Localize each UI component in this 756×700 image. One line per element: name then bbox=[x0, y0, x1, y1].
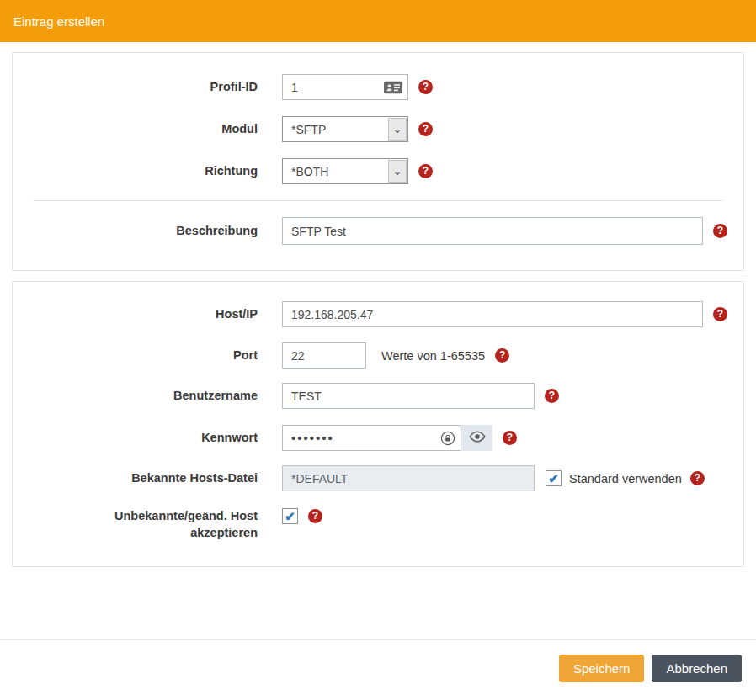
show-password-button[interactable] bbox=[461, 425, 492, 451]
checkmark-icon: ✔ bbox=[548, 472, 559, 485]
known-hosts-label: Bekannte Hosts-Datei bbox=[13, 470, 258, 487]
connection-section: Host/IP ? Port Werte von 1-65535 ? Benut… bbox=[12, 281, 744, 567]
help-icon[interactable]: ? bbox=[545, 389, 559, 403]
cancel-button[interactable]: Abbrechen bbox=[652, 655, 742, 682]
accept-host-checkbox[interactable]: ✔ bbox=[282, 508, 298, 524]
host-input[interactable] bbox=[282, 301, 703, 327]
port-input[interactable] bbox=[282, 342, 366, 369]
help-icon[interactable]: ? bbox=[690, 471, 705, 485]
id-card-icon bbox=[384, 81, 402, 93]
host-label: Host/IP bbox=[13, 306, 258, 323]
checkmark-icon: ✔ bbox=[285, 510, 295, 522]
benutzername-label: Benutzername bbox=[13, 388, 258, 405]
footer-actions: Speichern Abbrechen bbox=[0, 640, 756, 682]
modul-label: Modul bbox=[13, 121, 258, 138]
help-icon[interactable]: ? bbox=[418, 80, 433, 94]
modul-select[interactable]: *SFTP ⌄ bbox=[282, 116, 408, 142]
richtung-row: Richtung *BOTH ⌄ ? bbox=[13, 158, 743, 184]
help-icon[interactable]: ? bbox=[713, 224, 727, 238]
help-icon[interactable]: ? bbox=[418, 122, 433, 136]
profil-id-row: Profil-ID ? bbox=[13, 74, 743, 100]
modul-row: Modul *SFTP ⌄ ? bbox=[13, 116, 743, 142]
chevron-down-icon: ⌄ bbox=[388, 160, 407, 183]
port-range-hint: Werte von 1-65535 bbox=[381, 349, 485, 363]
beschreibung-label: Beschreibung bbox=[13, 223, 258, 240]
kennwort-label: Kennwort bbox=[13, 430, 258, 447]
help-icon[interactable]: ? bbox=[713, 307, 727, 321]
save-button[interactable]: Speichern bbox=[559, 655, 645, 682]
port-label: Port bbox=[13, 347, 258, 364]
port-row: Port Werte von 1-65535 ? bbox=[13, 342, 743, 369]
richtung-select[interactable]: *BOTH ⌄ bbox=[282, 158, 408, 184]
benutzername-input[interactable] bbox=[282, 383, 535, 409]
benutzername-row: Benutzername ? bbox=[13, 383, 743, 409]
eye-icon bbox=[469, 431, 486, 445]
richtung-label: Richtung bbox=[13, 163, 258, 180]
help-icon[interactable]: ? bbox=[308, 509, 322, 523]
beschreibung-input[interactable] bbox=[282, 217, 703, 245]
dialog-titlebar: Eintrag erstellen bbox=[0, 0, 756, 42]
profile-section: Profil-ID ? Modul bbox=[12, 52, 744, 271]
beschreibung-row: Beschreibung ? bbox=[13, 217, 743, 245]
known-hosts-row: Bekannte Hosts-Datei ✔ Standard verwende… bbox=[13, 465, 743, 491]
dialog-title: Eintrag erstellen bbox=[13, 14, 104, 29]
use-default-checkbox-label: Standard verwenden bbox=[569, 472, 682, 485]
kennwort-input[interactable] bbox=[282, 425, 461, 451]
password-manager-icon[interactable] bbox=[440, 431, 455, 446]
chevron-down-icon: ⌄ bbox=[388, 118, 407, 141]
accept-host-row: Unbekannte/geänd. Host akzeptieren ✔ ? bbox=[13, 508, 743, 541]
known-hosts-input bbox=[282, 465, 535, 491]
accept-host-label: Unbekannte/geänd. Host akzeptieren bbox=[13, 508, 258, 541]
help-icon[interactable]: ? bbox=[495, 348, 509, 363]
richtung-selected-value: *BOTH bbox=[283, 159, 387, 183]
profil-id-label: Profil-ID bbox=[13, 79, 258, 96]
help-icon[interactable]: ? bbox=[503, 431, 517, 445]
use-default-checkbox[interactable]: ✔ bbox=[546, 470, 562, 486]
host-row: Host/IP ? bbox=[13, 301, 743, 327]
section-divider bbox=[33, 200, 723, 201]
kennwort-row: Kennwort bbox=[13, 425, 743, 451]
help-icon[interactable]: ? bbox=[418, 164, 433, 178]
modul-selected-value: *SFTP bbox=[283, 117, 387, 141]
